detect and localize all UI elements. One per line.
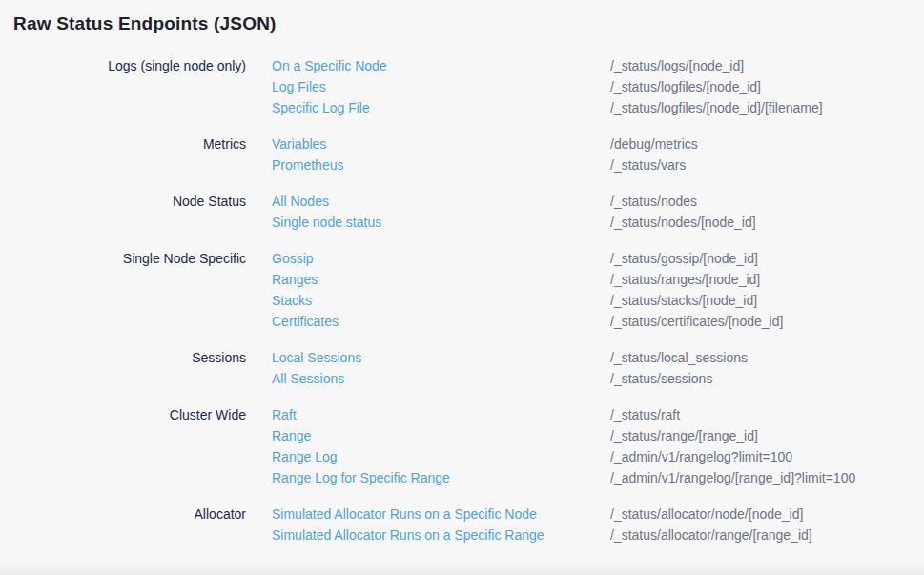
endpoint-link[interactable]: Variables xyxy=(272,133,585,154)
endpoint-path: /_status/nodes/[node_id] xyxy=(610,212,924,233)
endpoint-link[interactable]: Ranges xyxy=(272,269,585,290)
endpoint-path: /_status/allocator/node/[node_id] xyxy=(610,503,924,524)
endpoint-path: /_status/vars xyxy=(610,154,924,175)
category-label: Allocator xyxy=(0,503,246,524)
paths-column: /_status/logs/[node_id] /_status/logfile… xyxy=(610,55,924,118)
links-column: All Nodes Single node status xyxy=(272,191,585,233)
endpoint-link[interactable]: Range Log for Specific Range xyxy=(272,467,585,488)
links-column: Variables Prometheus xyxy=(272,133,585,175)
category-label: Node Status xyxy=(0,191,246,212)
endpoint-path: /debug/metrics xyxy=(610,133,924,154)
endpoint-path: /_status/local_sessions xyxy=(610,347,924,368)
endpoint-group-metrics: Metrics Variables Prometheus /debug/metr… xyxy=(0,133,924,175)
endpoint-link[interactable]: All Nodes xyxy=(272,191,585,212)
endpoint-link[interactable]: Simulated Allocator Runs on a Specific R… xyxy=(272,524,585,545)
endpoint-group-cluster-wide: Cluster Wide Raft Range Range Log Range … xyxy=(0,404,924,488)
endpoint-link[interactable]: Raft xyxy=(272,404,585,425)
category-label: Logs (single node only) xyxy=(0,55,246,76)
endpoint-path: /_status/logs/[node_id] xyxy=(610,55,924,76)
endpoint-group-single-node-specific: Single Node Specific Gossip Ranges Stack… xyxy=(0,248,924,332)
endpoint-list: Logs (single node only) On a Specific No… xyxy=(0,55,924,545)
endpoint-path: /_status/logfiles/[node_id] xyxy=(610,76,924,97)
paths-column: /_status/allocator/node/[node_id] /_stat… xyxy=(610,503,924,545)
category-label: Cluster Wide xyxy=(0,404,246,425)
endpoint-path: /_admin/v1/rangelog?limit=100 xyxy=(610,446,924,467)
endpoint-path: /_status/logfiles/[node_id]/[filename] xyxy=(610,97,924,118)
endpoint-link[interactable]: Range xyxy=(272,425,585,446)
endpoint-path: /_status/range/[range_id] xyxy=(610,425,924,446)
endpoint-path: /_status/raft xyxy=(610,404,924,425)
endpoint-link[interactable]: Local Sessions xyxy=(272,347,585,368)
endpoint-link[interactable]: On a Specific Node xyxy=(272,55,585,76)
links-column: Simulated Allocator Runs on a Specific N… xyxy=(272,503,585,545)
endpoint-group-node-status: Node Status All Nodes Single node status… xyxy=(0,191,924,233)
paths-column: /_status/nodes /_status/nodes/[node_id] xyxy=(610,191,924,233)
endpoint-link[interactable]: Prometheus xyxy=(272,154,585,175)
endpoint-path: /_status/ranges/[node_id] xyxy=(610,269,924,290)
bottom-edge-shadow xyxy=(0,562,924,575)
paths-column: /_status/raft /_status/range/[range_id] … xyxy=(610,404,924,488)
endpoint-path: /_status/gossip/[node_id] xyxy=(610,248,924,269)
category-label: Single Node Specific xyxy=(0,248,246,269)
endpoint-group-logs: Logs (single node only) On a Specific No… xyxy=(0,55,924,118)
page-title: Raw Status Endpoints (JSON) xyxy=(0,0,924,35)
endpoint-path: /_status/allocator/range/[range_id] xyxy=(610,524,924,545)
paths-column: /_status/gossip/[node_id] /_status/range… xyxy=(610,248,924,332)
endpoint-link[interactable]: Log Files xyxy=(272,76,585,97)
category-label: Metrics xyxy=(0,133,246,154)
category-label: Sessions xyxy=(0,347,246,368)
endpoint-link[interactable]: Single node status xyxy=(272,212,585,233)
endpoint-link[interactable]: Range Log xyxy=(272,446,585,467)
endpoint-link[interactable]: Simulated Allocator Runs on a Specific N… xyxy=(272,503,585,524)
endpoint-path: /_admin/v1/rangelog/[range_id]?limit=100 xyxy=(610,467,924,488)
paths-column: /_status/local_sessions /_status/session… xyxy=(610,347,924,389)
paths-column: /debug/metrics /_status/vars xyxy=(610,133,924,175)
endpoint-path: /_status/certificates/[node_id] xyxy=(610,311,924,332)
endpoint-group-sessions: Sessions Local Sessions All Sessions /_s… xyxy=(0,347,924,389)
endpoint-path: /_status/sessions xyxy=(610,368,924,389)
endpoint-link[interactable]: Certificates xyxy=(272,311,585,332)
links-column: Local Sessions All Sessions xyxy=(272,347,585,389)
links-column: On a Specific Node Log Files Specific Lo… xyxy=(272,55,585,118)
links-column: Gossip Ranges Stacks Certificates xyxy=(272,248,585,332)
endpoint-link[interactable]: All Sessions xyxy=(272,368,585,389)
endpoint-link[interactable]: Specific Log File xyxy=(272,97,585,118)
endpoint-path: /_status/nodes xyxy=(610,191,924,212)
endpoint-path: /_status/stacks/[node_id] xyxy=(610,290,924,311)
endpoint-link[interactable]: Gossip xyxy=(272,248,585,269)
links-column: Raft Range Range Log Range Log for Speci… xyxy=(272,404,585,488)
endpoint-group-allocator: Allocator Simulated Allocator Runs on a … xyxy=(0,503,924,545)
endpoint-link[interactable]: Stacks xyxy=(272,290,585,311)
